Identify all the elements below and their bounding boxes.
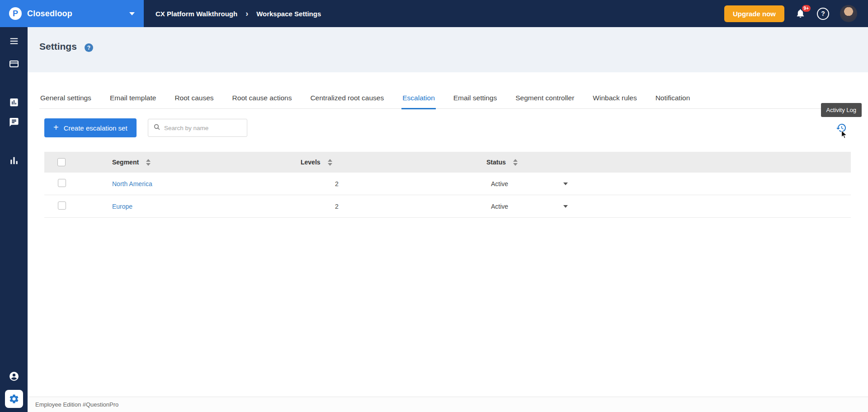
row-checkbox[interactable]	[58, 201, 66, 210]
column-label: Levels	[301, 159, 321, 166]
question-glyph: ?	[87, 45, 90, 51]
settings-gear-button[interactable]	[5, 390, 23, 408]
tab-root-cause-actions[interactable]: Root cause actions	[231, 88, 293, 109]
topbar-actions: Upgrade now 9+ ?	[724, 5, 868, 22]
column-header-status: Status	[473, 159, 609, 166]
chevron-down-icon	[563, 205, 568, 208]
search-box	[148, 119, 247, 137]
topbar: P Closedloop CX Platform Walkthrough › W…	[0, 0, 868, 27]
mouse-cursor-icon	[840, 130, 848, 139]
column-label: Segment	[112, 159, 139, 166]
table-row: North America 2 Active	[44, 173, 851, 195]
tab-general-settings[interactable]: General settings	[39, 88, 92, 109]
search-icon	[153, 123, 160, 132]
table-header-row: Segment Levels Status	[44, 152, 851, 173]
breadcrumb-item-workspace-settings[interactable]: Workspace Settings	[256, 10, 321, 18]
levels-value: 2	[287, 180, 473, 187]
brand-logo-letter: P	[13, 9, 18, 19]
question-icon: ?	[821, 10, 825, 17]
tab-centralized-root-causes[interactable]: Centralized root causes	[309, 88, 385, 109]
status-value: Active	[491, 180, 508, 187]
breadcrumb: CX Platform Walkthrough › Workspace Sett…	[156, 9, 321, 18]
sort-icon[interactable]	[146, 159, 151, 166]
sort-icon[interactable]	[328, 159, 332, 166]
segment-link[interactable]: North America	[112, 180, 152, 187]
help-button[interactable]: ?	[817, 8, 829, 20]
column-header-levels: Levels	[287, 159, 473, 166]
create-escalation-set-label: Create escalation set	[64, 124, 127, 132]
tab-email-template[interactable]: Email template	[109, 88, 157, 109]
tab-segment-controller[interactable]: Segment controller	[514, 88, 575, 109]
table-row: Europe 2 Active	[44, 195, 851, 218]
footer: Employee Edition #QuestionPro	[28, 397, 868, 412]
breadcrumb-item-project[interactable]: CX Platform Walkthrough	[156, 10, 237, 18]
avatar[interactable]	[840, 5, 857, 22]
notifications-button[interactable]: 9+	[795, 8, 806, 19]
sidebar	[0, 27, 28, 412]
segment-link[interactable]: Europe	[112, 203, 132, 210]
workspace-switcher[interactable]: P Closedloop	[0, 0, 144, 27]
chevron-down-icon	[563, 183, 568, 185]
search-input[interactable]	[164, 125, 242, 131]
billing-card-icon[interactable]	[9, 58, 19, 69]
upgrade-button[interactable]: Upgrade now	[724, 5, 784, 22]
poll-chart-icon[interactable]	[9, 97, 19, 108]
levels-value: 2	[287, 203, 473, 210]
workspace-name: Closedloop	[27, 9, 72, 19]
bell-icon	[795, 12, 806, 20]
title-help-icon[interactable]: ?	[85, 43, 93, 52]
select-all-checkbox[interactable]	[57, 158, 66, 166]
tab-email-settings[interactable]: Email settings	[453, 88, 498, 109]
account-icon[interactable]	[9, 371, 19, 382]
edition-label: Employee Edition #QuestionPro	[35, 401, 118, 408]
column-label: Status	[486, 159, 506, 166]
settings-tabs: General settings Email template Root cau…	[39, 88, 851, 109]
plus-icon: +	[53, 123, 59, 132]
sort-icon[interactable]	[513, 159, 518, 166]
chat-icon[interactable]	[9, 117, 19, 127]
page-title: Settings	[39, 41, 77, 52]
analytics-icon[interactable]	[9, 155, 19, 166]
create-escalation-set-button[interactable]: + Create escalation set	[44, 118, 137, 137]
menu-icon[interactable]	[9, 36, 19, 46]
status-value: Active	[491, 203, 508, 210]
page-header-band	[28, 27, 868, 72]
app-root: P Closedloop CX Platform Walkthrough › W…	[0, 0, 868, 412]
column-header-segment: Segment	[99, 159, 287, 166]
chevron-down-icon[interactable]	[129, 12, 135, 15]
tab-winback-rules[interactable]: Winback rules	[592, 88, 637, 109]
tab-escalation[interactable]: Escalation	[401, 88, 436, 109]
status-dropdown[interactable]: Active	[473, 180, 609, 187]
brand-logo: P	[9, 7, 22, 20]
breadcrumb-separator-icon: ›	[245, 9, 248, 18]
row-checkbox[interactable]	[58, 179, 66, 187]
escalation-table: Segment Levels Status North America 2 Ac…	[44, 152, 851, 218]
tab-root-causes[interactable]: Root causes	[174, 88, 214, 109]
status-dropdown[interactable]: Active	[473, 203, 609, 210]
notification-badge: 9+	[802, 5, 811, 12]
gear-icon	[9, 393, 19, 404]
tab-notification[interactable]: Notification	[655, 88, 691, 109]
activity-log-tooltip: Activity Log	[821, 103, 862, 117]
